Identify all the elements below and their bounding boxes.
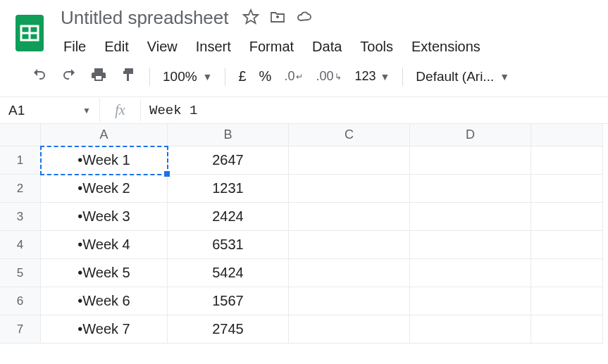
cell-D5[interactable] bbox=[410, 259, 531, 287]
zoom-value: 100% bbox=[163, 69, 197, 84]
cell-B5[interactable]: 5424 bbox=[168, 259, 289, 287]
cell-C1[interactable] bbox=[289, 146, 410, 175]
cell-A3[interactable]: •Week 3 bbox=[41, 203, 168, 231]
name-box-value: A1 bbox=[8, 103, 25, 118]
number-format-dropdown[interactable]: 123 ▼ bbox=[354, 69, 390, 84]
column-header[interactable]: A bbox=[41, 124, 168, 146]
cell-B2[interactable]: 1231 bbox=[168, 175, 289, 203]
menu-insert[interactable]: Insert bbox=[189, 34, 238, 59]
menu-format[interactable]: Format bbox=[242, 34, 301, 59]
spreadsheet-grid: 1 2 3 4 5 6 7 A B C D •Week 1 2647 •Week… bbox=[0, 124, 608, 344]
cell-D4[interactable] bbox=[410, 231, 531, 259]
fx-label: fx bbox=[100, 99, 141, 121]
cell-E2[interactable] bbox=[531, 175, 603, 203]
chevron-down-icon: ▼ bbox=[380, 71, 390, 82]
sheets-logo[interactable] bbox=[11, 8, 48, 57]
increase-decimal-button[interactable]: .00 ↳ bbox=[316, 69, 342, 84]
cell-A5[interactable]: •Week 5 bbox=[41, 259, 168, 287]
print-icon[interactable] bbox=[90, 66, 107, 87]
row-header[interactable]: 3 bbox=[0, 203, 41, 231]
menu-extensions[interactable]: Extensions bbox=[404, 34, 488, 59]
cell-D7[interactable] bbox=[410, 315, 531, 344]
formula-bar-row: A1 ▼ fx Week 1 bbox=[0, 97, 608, 124]
menu-bar: File Edit View Insert Format Data Tools … bbox=[56, 32, 488, 59]
cell-E6[interactable] bbox=[531, 287, 603, 315]
cell-C4[interactable] bbox=[289, 231, 410, 259]
chevron-down-icon: ▼ bbox=[500, 71, 509, 82]
cell-B7[interactable]: 2745 bbox=[168, 315, 289, 344]
cell-D6[interactable] bbox=[410, 287, 531, 315]
menu-file[interactable]: File bbox=[56, 34, 93, 59]
font-dropdown[interactable]: Default (Ari... ▼ bbox=[416, 69, 509, 84]
menu-edit[interactable]: Edit bbox=[97, 34, 135, 59]
star-icon[interactable] bbox=[242, 8, 259, 28]
paint-format-icon[interactable] bbox=[120, 66, 137, 87]
menu-tools[interactable]: Tools bbox=[353, 34, 400, 59]
zoom-dropdown[interactable]: 100% ▼ bbox=[163, 69, 212, 84]
row-header[interactable]: 4 bbox=[0, 231, 41, 259]
cell-A1[interactable]: •Week 1 bbox=[41, 146, 168, 175]
chevron-down-icon: ▼ bbox=[203, 71, 213, 82]
column-header[interactable]: C bbox=[289, 124, 410, 146]
cell-A7[interactable]: •Week 7 bbox=[41, 315, 168, 344]
cell-A4[interactable]: •Week 4 bbox=[41, 231, 168, 259]
percent-button[interactable]: % bbox=[259, 68, 272, 84]
menu-view[interactable]: View bbox=[140, 34, 185, 59]
cell-D2[interactable] bbox=[410, 175, 531, 203]
column-header[interactable]: D bbox=[410, 124, 531, 146]
cell-C3[interactable] bbox=[289, 203, 410, 231]
cell-C5[interactable] bbox=[289, 259, 410, 287]
currency-button[interactable]: £ bbox=[238, 68, 246, 84]
redo-icon[interactable] bbox=[61, 66, 77, 87]
column-header[interactable]: B bbox=[168, 124, 289, 146]
row-header[interactable]: 2 bbox=[0, 175, 41, 203]
menu-data[interactable]: Data bbox=[305, 34, 349, 59]
cell-C2[interactable] bbox=[289, 175, 410, 203]
document-title[interactable]: Untitled spreadsheet bbox=[56, 6, 232, 30]
cell-E5[interactable] bbox=[531, 259, 603, 287]
undo-icon[interactable] bbox=[31, 66, 48, 87]
row-header[interactable]: 1 bbox=[0, 146, 41, 175]
toolbar: 100% ▼ £ % .0 ↵ .00 ↳ 123 ▼ Default (Ari… bbox=[0, 59, 608, 97]
svg-marker-4 bbox=[244, 10, 258, 23]
column-header[interactable] bbox=[531, 124, 603, 146]
name-box[interactable]: A1 ▼ bbox=[0, 99, 100, 123]
cell-B4[interactable]: 6531 bbox=[168, 231, 289, 259]
cell-C6[interactable] bbox=[289, 287, 410, 315]
decrease-decimal-button[interactable]: .0 ↵ bbox=[284, 69, 303, 84]
cell-E7[interactable] bbox=[531, 315, 603, 344]
select-all-corner[interactable] bbox=[0, 124, 41, 146]
formula-input[interactable]: Week 1 bbox=[141, 99, 608, 123]
cell-A2[interactable]: •Week 2 bbox=[41, 175, 168, 203]
cloud-status-icon[interactable] bbox=[296, 8, 313, 28]
cell-A6[interactable]: •Week 6 bbox=[41, 287, 168, 315]
row-header[interactable]: 5 bbox=[0, 259, 41, 287]
row-header[interactable]: 7 bbox=[0, 315, 41, 344]
cell-D1[interactable] bbox=[410, 146, 531, 175]
cell-E3[interactable] bbox=[531, 203, 603, 231]
cell-B6[interactable]: 1567 bbox=[168, 287, 289, 315]
cell-C7[interactable] bbox=[289, 315, 410, 344]
cell-D3[interactable] bbox=[410, 203, 531, 231]
cell-E4[interactable] bbox=[531, 231, 603, 259]
chevron-down-icon: ▼ bbox=[82, 106, 91, 115]
cell-B3[interactable]: 2424 bbox=[168, 203, 289, 231]
cell-B1[interactable]: 2647 bbox=[168, 146, 289, 175]
cell-E1[interactable] bbox=[531, 146, 603, 175]
header: Untitled spreadsheet File Edit View Inse… bbox=[0, 0, 608, 59]
move-to-folder-icon[interactable] bbox=[269, 8, 286, 28]
row-header[interactable]: 6 bbox=[0, 287, 41, 315]
